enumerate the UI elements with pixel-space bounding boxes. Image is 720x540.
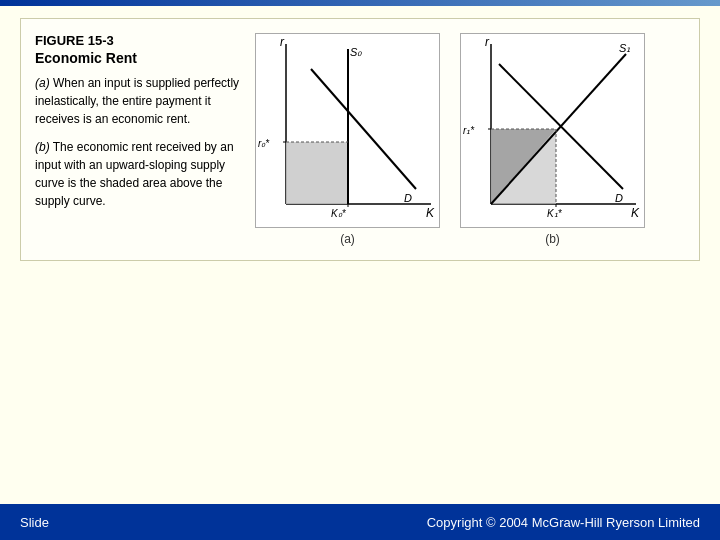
svg-text:S₀: S₀: [350, 46, 362, 58]
graph-b-svg: r K r₁* K₁*: [461, 34, 645, 228]
footer: Slide Copyright © 2004 McGraw-Hill Ryers…: [0, 504, 720, 540]
top-bar: [0, 0, 720, 6]
caption-a: (a) When an input is supplied perfectly …: [35, 74, 245, 128]
caption-b-text: The economic rent received by an input w…: [35, 140, 234, 208]
figure-title: Economic Rent: [35, 50, 245, 66]
caption-a-text: When an input is supplied perfectly inel…: [35, 76, 239, 126]
right-panel: r K r₀* K₀* S₀: [255, 33, 685, 246]
svg-text:S₁: S₁: [619, 42, 630, 54]
graph-a: r K r₀* K₀* S₀: [255, 33, 440, 228]
graph-a-label: (a): [340, 232, 355, 246]
main-content-box: FIGURE 15-3 Economic Rent (a) When an in…: [20, 18, 700, 261]
svg-text:K: K: [426, 206, 435, 220]
svg-text:K₁*: K₁*: [547, 208, 563, 219]
graph-b-container: r K r₁* K₁*: [460, 33, 645, 246]
graph-b-label: (b): [545, 232, 560, 246]
graph-a-container: r K r₀* K₀* S₀: [255, 33, 440, 246]
svg-text:r: r: [485, 35, 490, 49]
footer-copyright: Copyright © 2004 McGraw-Hill Ryerson Lim…: [427, 515, 700, 530]
footer-slide: Slide: [20, 515, 49, 530]
caption-a-italic: (a): [35, 76, 50, 90]
figure-label: FIGURE 15-3: [35, 33, 245, 48]
svg-text:D: D: [615, 192, 623, 204]
caption-b-italic: (b): [35, 140, 50, 154]
svg-rect-6: [286, 142, 348, 204]
svg-text:r₀*: r₀*: [258, 138, 270, 149]
left-panel: FIGURE 15-3 Economic Rent (a) When an in…: [35, 33, 255, 246]
caption-b: (b) The economic rent received by an inp…: [35, 138, 245, 210]
svg-text:D: D: [404, 192, 412, 204]
svg-text:K: K: [631, 206, 640, 220]
svg-text:r₁*: r₁*: [463, 125, 475, 136]
svg-text:K₀*: K₀*: [331, 208, 347, 219]
svg-text:r: r: [280, 35, 285, 49]
graph-a-svg: r K r₀* K₀* S₀: [256, 34, 440, 228]
graph-b: r K r₁* K₁*: [460, 33, 645, 228]
